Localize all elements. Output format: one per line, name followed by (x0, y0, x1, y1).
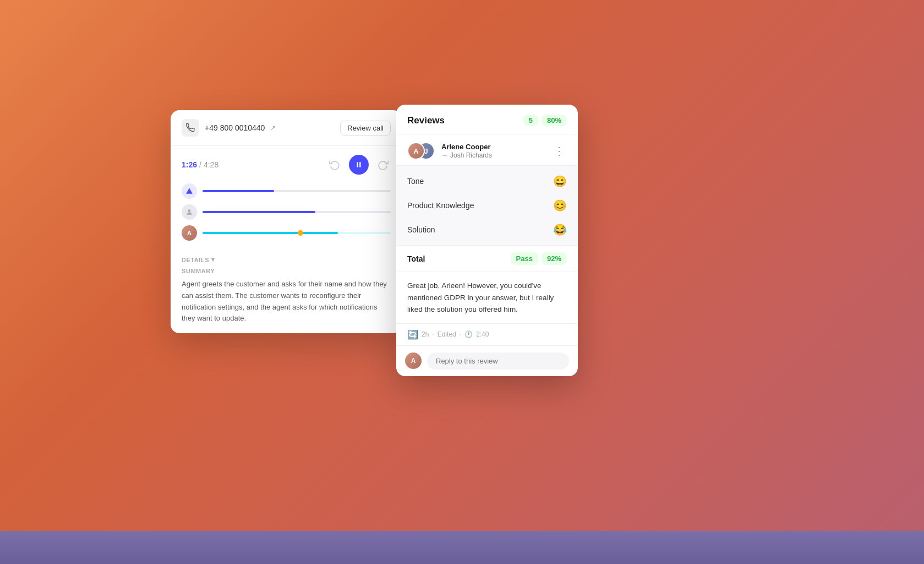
reply-input[interactable] (427, 352, 569, 370)
review-call-button[interactable]: Review call (340, 121, 391, 135)
call-card: +49 800 0010440 ↗ Review call 1:26 / 4:2… (171, 110, 402, 333)
track-row-1 (182, 183, 391, 199)
criteria-row-tone: Tone 😄 (396, 169, 578, 193)
time-current: 1:26 (182, 160, 197, 169)
meta-time: 2h (422, 330, 429, 338)
reviews-card: Reviews 5 80% A J Arlene Cooper → Josh R… (396, 105, 578, 376)
more-button[interactable]: ⋮ (551, 143, 567, 159)
meta-dot-1: · (432, 330, 434, 338)
phone-icon (182, 119, 199, 137)
meta-dot-2: · (460, 330, 461, 338)
criteria-emoji-tone: 😄 (553, 175, 567, 188)
criteria-name-tone: Tone (407, 177, 424, 186)
total-label: Total (407, 254, 425, 263)
summary-label: SUMMARY (182, 268, 391, 274)
phone-number: +49 800 0010440 (205, 123, 265, 132)
total-badges: Pass 92% (511, 252, 567, 265)
reviewer-from-name: Arlene Cooper (441, 143, 546, 151)
meta-edited: Edited (438, 330, 456, 338)
criteria-emoji-solution: 😂 (553, 223, 567, 236)
comment-text: Great job, Arleen! However, you could've… (407, 280, 567, 316)
reviews-badges: 5 80% (523, 115, 567, 126)
details-section: DETAILS ▾ SUMMARY Agent greets the custo… (182, 252, 391, 324)
track-row-3: A (182, 225, 391, 241)
details-toggle[interactable]: DETAILS ▾ (182, 256, 391, 263)
arrow-icon: → (441, 151, 448, 159)
reviewer-row: A J Arlene Cooper → Josh Richards ⋮ (396, 134, 578, 166)
meta-clock-icon: 🕐 (464, 330, 473, 338)
details-label-text: DETAILS (182, 257, 209, 263)
rewind-icon[interactable] (327, 157, 342, 172)
external-link-icon[interactable]: ↗ (270, 124, 276, 132)
time-total: 4:28 (204, 160, 218, 169)
time-controls: 1:26 / 4:28 (182, 155, 391, 175)
summary-text: Agent greets the customer and asks for t… (182, 279, 391, 324)
track-waveform-2[interactable] (203, 206, 391, 218)
track-avatar-3: A (182, 225, 197, 241)
criteria-row-product: Product Knowledge 😊 (396, 193, 578, 218)
time-separator: / (199, 160, 201, 169)
chevron-down-icon: ▾ (211, 256, 215, 263)
track-waveform-3[interactable] (203, 227, 391, 239)
bottom-bar (0, 531, 924, 564)
refresh-icon: 🔄 (407, 329, 418, 340)
pass-badge: Pass (511, 252, 538, 265)
waveform-tracks: A (182, 183, 391, 241)
track-row-2 (182, 204, 391, 220)
comment-section: Great job, Arleen! However, you could've… (396, 272, 578, 324)
criteria-emoji-product: 😊 (553, 199, 567, 212)
track-avatar-2 (182, 204, 197, 220)
forward-icon[interactable] (375, 157, 391, 172)
track-avatar-1 (182, 183, 197, 199)
criteria-name-solution: Solution (407, 225, 435, 234)
reviewer-avatar-from: A (407, 142, 425, 160)
svg-point-3 (188, 209, 191, 212)
svg-marker-2 (186, 188, 193, 194)
reply-avatar: A (405, 352, 422, 369)
reviewer-names: Arlene Cooper → Josh Richards (441, 143, 546, 159)
track-waveform-1[interactable] (203, 185, 391, 197)
criteria-row-solution: Solution 😂 (396, 218, 578, 242)
play-pause-button[interactable] (349, 155, 369, 175)
criteria-name-product: Product Knowledge (407, 201, 474, 210)
total-row: Total Pass 92% (396, 245, 578, 272)
reviewer-to-name: → Josh Richards (441, 151, 546, 159)
svg-rect-1 (359, 162, 360, 167)
reviews-count-badge: 5 (523, 115, 538, 126)
score-badge: 92% (542, 252, 567, 265)
criteria-section: Tone 😄 Product Knowledge 😊 Solution 😂 (396, 166, 578, 245)
reviews-header: Reviews 5 80% (396, 105, 578, 134)
reviewer-to-name-text: Josh Richards (450, 151, 492, 159)
svg-rect-0 (357, 162, 358, 167)
reply-section: A (396, 346, 578, 376)
reviews-title: Reviews (407, 115, 445, 126)
reviewer-avatars: A J (407, 142, 436, 160)
reviews-percent-badge: 80% (542, 115, 567, 126)
meta-call-time: 2:40 (476, 330, 489, 338)
comment-meta: 🔄 2h · Edited · 🕐 2:40 (396, 324, 578, 346)
